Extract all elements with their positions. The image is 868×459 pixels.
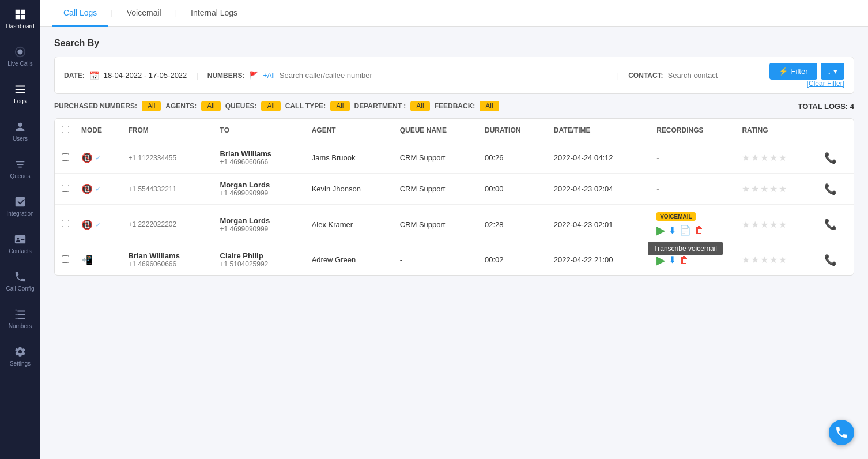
play-recording-button[interactable]: ▶ — [656, 223, 665, 237]
caller-callee-search-input[interactable] — [280, 71, 608, 80]
row-1-queue: CRM Support — [394, 142, 479, 174]
check-circle-icon: ✓ — [95, 185, 101, 193]
sidebar-item-numbers[interactable]: Numbers — [0, 300, 40, 337]
purchased-numbers-label: PURCHASED NUMBERS: — [54, 102, 137, 110]
select-all-checkbox[interactable] — [62, 126, 69, 133]
delete-recording-button[interactable]: 🗑 — [695, 225, 704, 235]
col-from: FROM — [122, 119, 214, 142]
col-mode: MODE — [76, 119, 122, 142]
check-circle-icon: ✓ — [95, 153, 101, 162]
row-1-duration: 00:26 — [479, 142, 548, 174]
row-1-rating[interactable]: ★ ★ ★ ★ ★ — [736, 142, 818, 174]
sidebar-item-live-calls[interactable]: Live Calls — [0, 37, 40, 75]
voicemail-badge: VOICEMAIL — [656, 212, 696, 221]
row-4-from: Brian Williams +1 4696060666 — [122, 244, 214, 276]
row-4-datetime: 2022-04-22 21:00 — [548, 244, 651, 276]
row-4-queue: - — [394, 244, 479, 276]
chevron-down-icon: ▾ — [833, 67, 837, 76]
row-2-agent: Kevin Jhonson — [306, 174, 394, 205]
row-1-to: Brian Williams +1 4696060666 — [214, 142, 306, 174]
col-duration: DURATION — [479, 119, 548, 142]
filter-row: DATE: 📅 18-04-2022 - 17-05-2022 | NUMBER… — [54, 57, 854, 94]
svg-rect-0 — [16, 10, 20, 14]
row-3-datetime: 2022-04-23 02:01 — [548, 205, 651, 244]
transcribe-button[interactable]: 📄 — [680, 225, 691, 235]
date-range[interactable]: 18-04-2022 - 17-05-2022 — [104, 71, 187, 80]
row-4-duration: 00:02 — [479, 244, 548, 276]
row-3-call-button[interactable]: 📞 — [824, 219, 837, 230]
row-3-checkbox[interactable] — [62, 220, 69, 227]
clear-filter-link[interactable]: [Clear Filter] — [807, 80, 844, 88]
row-4-checkbox[interactable] — [62, 255, 69, 263]
row-3-duration: 02:28 — [479, 205, 548, 244]
download-recording-button[interactable]: ⬇ — [669, 225, 676, 236]
table-row: 📲 Brian Williams +1 4696060666 Claire Ph… — [55, 244, 854, 276]
content-area: Search By DATE: 📅 18-04-2022 - 17-05-202… — [40, 27, 868, 459]
row-2-checkbox[interactable] — [62, 185, 69, 192]
tab-call-logs[interactable]: Call Logs — [52, 0, 108, 27]
sidebar-item-users[interactable]: Users — [0, 112, 40, 150]
contact-label: CONTACT: — [628, 72, 663, 80]
numbers-all-button[interactable]: +All — [263, 72, 274, 80]
calendar-icon: 📅 — [89, 71, 99, 80]
svg-rect-3 — [21, 15, 25, 19]
tab-voicemail[interactable]: Voicemail — [115, 0, 173, 27]
check-circle-icon: ✓ — [95, 220, 101, 229]
row-1-call-button[interactable]: 📞 — [824, 152, 837, 164]
feedback-badge[interactable]: All — [480, 101, 499, 111]
col-rating: RATING — [736, 119, 818, 142]
filter-button[interactable]: ⚡ Filter — [769, 63, 817, 80]
transcribe-tooltip: Transcribe voicemail — [648, 242, 723, 255]
sidebar-item-call-config[interactable]: Call Config — [0, 262, 40, 300]
sidebar-item-settings[interactable]: Settings — [0, 337, 40, 375]
queues-label: QUEUES: — [225, 102, 257, 110]
row-4-to: Claire Philip +1 5104025992 — [214, 244, 306, 276]
missed-call-icon: 📵 — [81, 183, 93, 194]
tab-internal-logs[interactable]: Internal Logs — [179, 0, 249, 27]
row-4-call-button[interactable]: 📞 — [824, 254, 837, 266]
agents-badge[interactable]: All — [201, 101, 220, 111]
call-type-badge[interactable]: All — [330, 101, 349, 111]
delete-recording-button[interactable]: 🗑 — [680, 255, 689, 265]
date-label: DATE: — [64, 72, 85, 80]
sidebar-item-dashboard[interactable]: Dashboard — [0, 0, 40, 37]
queues-badge[interactable]: All — [261, 101, 280, 111]
download-button[interactable]: ↓ ▾ — [821, 63, 845, 80]
row-3-to: Morgan Lords +1 4699090999 — [214, 205, 306, 244]
flag-icon: 🚩 — [249, 71, 258, 80]
svg-point-4 — [17, 49, 22, 54]
missed-call-icon: 📵 — [81, 152, 93, 163]
row-4-rating[interactable]: ★ ★ ★ ★ ★ — [736, 244, 818, 276]
row-3-agent: Alex Kramer — [306, 205, 394, 244]
col-to: TO — [214, 119, 306, 142]
row-1-from: +1 1122334455 — [122, 142, 214, 174]
contact-search-input[interactable] — [668, 71, 765, 80]
sidebar-item-integration[interactable]: Integration — [0, 187, 40, 225]
search-by-title: Search By — [54, 38, 854, 48]
row-4-mode: 📲 — [81, 254, 116, 265]
row-2-rating[interactable]: ★ ★ ★ ★ ★ — [736, 174, 818, 205]
row-1-agent: Jams Bruook — [306, 142, 394, 174]
row-1-checkbox[interactable] — [62, 153, 69, 161]
department-badge[interactable]: All — [410, 101, 429, 111]
tab-bar: Call Logs | Voicemail | Internal Logs — [40, 0, 868, 27]
col-agent: AGENT — [306, 119, 394, 142]
floating-call-button[interactable] — [829, 420, 854, 445]
download-icon: ↓ — [828, 67, 832, 76]
col-queue: QUEUE NAME — [394, 119, 479, 142]
sidebar-item-queues[interactable]: Queues — [0, 150, 40, 187]
filter-icon: ⚡ — [779, 67, 788, 76]
row-2-queue: CRM Support — [394, 174, 479, 205]
download-recording-button[interactable]: ⬇ — [669, 254, 676, 265]
table-row: 📵 ✓ +1 5544332211 Morgan Lords +1 469909… — [55, 174, 854, 205]
sidebar-item-logs[interactable]: Logs — [0, 75, 40, 112]
table-row: 📵 ✓ +1 2222022202 Morgan Lords +1 469909… — [55, 205, 854, 244]
sidebar-item-contacts[interactable]: Contacts — [0, 225, 40, 262]
department-label: DEPARTMENT : — [354, 102, 406, 110]
row-2-call-button[interactable]: 📞 — [824, 183, 837, 195]
row-2-datetime: 2022-04-23 02:04 — [548, 174, 651, 205]
row-3-rating[interactable]: ★ ★ ★ ★ ★ — [736, 205, 818, 244]
numbers-label: NUMBERS: — [207, 72, 245, 80]
purchased-numbers-badge[interactable]: All — [142, 101, 161, 111]
row-2-recordings: - — [651, 174, 736, 205]
